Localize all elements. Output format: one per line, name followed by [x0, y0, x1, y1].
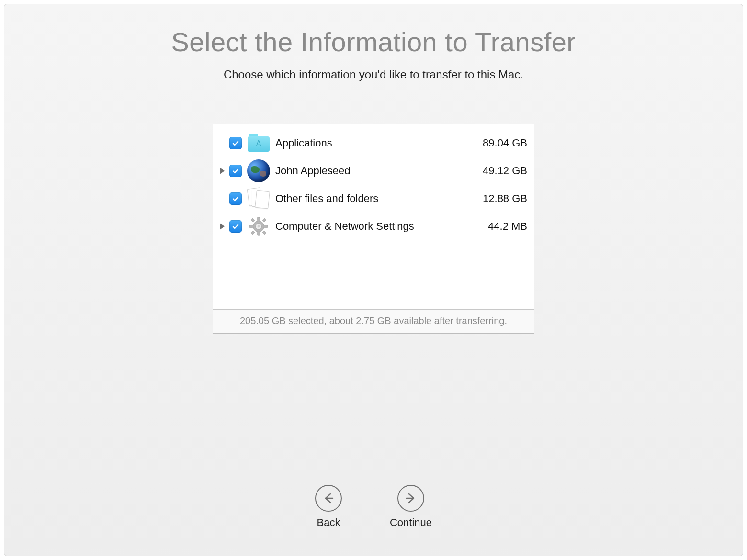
item-label: John Appleseed	[275, 165, 483, 177]
svg-rect-5	[251, 218, 255, 222]
gear-icon	[247, 214, 271, 238]
svg-rect-3	[249, 225, 253, 228]
checkmark-icon	[232, 139, 239, 147]
svg-rect-1	[258, 217, 260, 221]
documents-icon	[247, 187, 271, 211]
checkbox-applications[interactable]	[229, 137, 242, 149]
back-arrow-icon	[315, 485, 342, 512]
list-item-other-files[interactable]: Other files and folders 12.88 GB	[213, 185, 534, 213]
back-button[interactable]: Back	[315, 485, 342, 529]
disclosure-triangle[interactable]	[217, 168, 227, 174]
nav-buttons: Back Continue	[315, 485, 432, 529]
transfer-items-list: A Applications 89.04 GB	[213, 124, 534, 309]
item-label: Other files and folders	[275, 192, 483, 205]
continue-button[interactable]: Continue	[390, 485, 432, 529]
svg-rect-8	[262, 231, 266, 235]
user-globe-icon	[247, 159, 271, 183]
checkbox-user[interactable]	[229, 165, 242, 177]
migration-assistant-window: Select the Information to Transfer Choos…	[4, 4, 743, 556]
item-label: Applications	[275, 137, 483, 149]
item-size: 89.04 GB	[483, 137, 527, 149]
item-label: Computer & Network Settings	[275, 220, 488, 233]
list-item-user[interactable]: John Appleseed 49.12 GB	[213, 157, 534, 185]
checkmark-icon	[232, 223, 239, 230]
checkbox-settings[interactable]	[229, 220, 242, 233]
checkmark-icon	[232, 167, 239, 175]
item-size: 44.2 MB	[488, 220, 527, 233]
item-size: 12.88 GB	[483, 192, 527, 205]
page-subtitle: Choose which information you'd like to t…	[4, 68, 743, 81]
chevron-right-icon	[220, 223, 225, 230]
transfer-items-panel: A Applications 89.04 GB	[213, 124, 534, 334]
status-summary: 205.05 GB selected, about 2.75 GB availa…	[213, 309, 534, 333]
continue-arrow-icon	[397, 485, 424, 512]
chevron-right-icon	[220, 168, 225, 174]
checkbox-other-files[interactable]	[229, 192, 242, 205]
list-item-applications[interactable]: A Applications 89.04 GB	[213, 129, 534, 157]
item-size: 49.12 GB	[483, 165, 527, 177]
page-title: Select the Information to Transfer	[4, 26, 743, 57]
checkmark-icon	[232, 195, 239, 202]
svg-rect-7	[251, 231, 255, 235]
continue-label: Continue	[390, 516, 432, 529]
svg-rect-2	[258, 232, 260, 236]
svg-rect-4	[264, 225, 268, 228]
svg-point-10	[258, 225, 260, 228]
disclosure-triangle[interactable]	[217, 223, 227, 230]
svg-rect-6	[262, 218, 266, 222]
back-label: Back	[317, 516, 340, 529]
list-item-settings[interactable]: Computer & Network Settings 44.2 MB	[213, 213, 534, 240]
applications-folder-icon: A	[247, 131, 271, 155]
